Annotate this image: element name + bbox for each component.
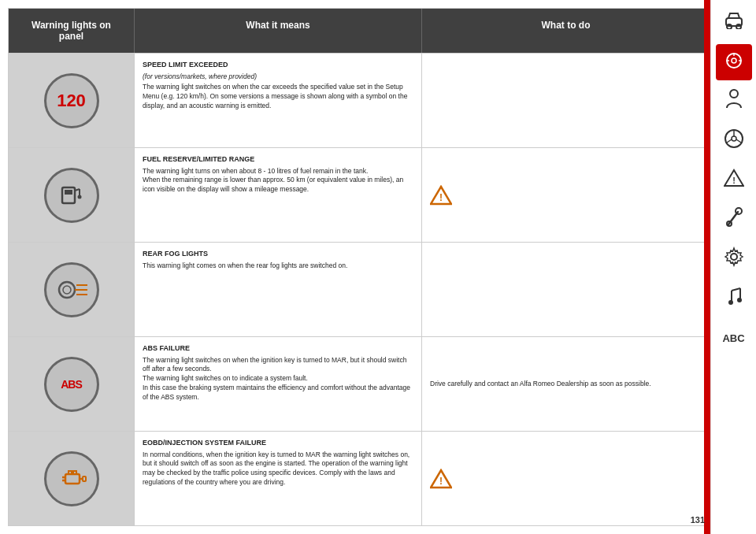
svg-point-32: [732, 136, 736, 141]
col-header-action: What to do: [422, 9, 710, 53]
table-row: ABS ABS FAILURE The warning light switch…: [9, 336, 710, 431]
row-meaning-fog: This warning light comes on when the rea…: [143, 261, 413, 271]
fog-warning-icon: [44, 262, 99, 317]
svg-point-39: [736, 208, 742, 214]
action-cell-fog: [422, 243, 710, 336]
fuel-warning-icon: [44, 168, 99, 223]
svg-text:!: !: [732, 176, 736, 185]
svg-point-7: [59, 282, 75, 298]
table-body: 120 SPEED LIMIT EXCEEDED (for versions/m…: [9, 53, 710, 525]
col-header-panel: Warning lights on panel: [9, 9, 135, 53]
red-accent-bar: [704, 0, 710, 534]
table-row: EOBD/INJECTION SYSTEM FAILURE In normal …: [9, 431, 710, 525]
svg-point-45: [728, 300, 733, 305]
sidebar: !: [710, 0, 756, 534]
page-number: 131: [691, 515, 705, 525]
sidebar-item-dashboard[interactable]: [716, 44, 752, 80]
svg-point-30: [730, 90, 738, 98]
svg-point-8: [63, 286, 71, 294]
svg-line-35: [736, 139, 741, 143]
meaning-cell-speed: SPEED LIMIT EXCEEDED (for versions/marke…: [135, 54, 422, 147]
table-row: FUEL RESERVE/LIMITED RANGE The warning l…: [9, 147, 710, 242]
row-meaning-fuel: The warning light turns on when about 8 …: [143, 167, 413, 195]
person-icon: [725, 89, 743, 114]
row-subtitle-speed: (for versions/markets, where provided): [143, 72, 413, 82]
action-cell-abs: Drive carefully and contact an Alfa Rome…: [422, 337, 710, 431]
svg-text:!: !: [439, 476, 443, 487]
sidebar-item-music[interactable]: [716, 280, 752, 317]
svg-line-43: [732, 288, 740, 291]
music-icon: [725, 286, 743, 311]
icon-cell-engine: [9, 432, 135, 525]
icon-cell-abs: ABS: [9, 337, 135, 431]
table-row: REAR FOG LIGHTS This warning light comes…: [9, 242, 710, 336]
sidebar-item-wrench[interactable]: [716, 202, 752, 238]
row-meaning-speed: The warning light switches on when the c…: [143, 83, 413, 111]
svg-rect-1: [65, 190, 72, 195]
action-cell-speed: [422, 54, 710, 147]
sidebar-item-abc[interactable]: ABC: [716, 320, 752, 356]
row-title-fog: REAR FOG LIGHTS: [143, 249, 413, 259]
svg-text:!: !: [439, 192, 443, 203]
row-title-engine: EOBD/INJECTION SYSTEM FAILURE: [143, 438, 413, 448]
meaning-cell-engine: EOBD/INJECTION SYSTEM FAILURE In normal …: [135, 432, 422, 525]
svg-rect-18: [83, 477, 86, 481]
wrench-icon: [725, 207, 743, 232]
icon-cell-fuel: [9, 148, 135, 242]
row-title-speed: SPEED LIMIT EXCEEDED: [143, 60, 413, 70]
svg-point-41: [731, 254, 737, 260]
warning-triangle-amber-icon: !: [430, 469, 452, 489]
svg-point-4: [77, 195, 81, 198]
svg-point-26: [732, 58, 736, 63]
svg-rect-14: [73, 471, 76, 474]
svg-line-34: [727, 139, 732, 143]
sidebar-item-steering[interactable]: [716, 123, 752, 159]
row-meaning-engine: In normal conditions, when the ignition …: [143, 451, 413, 488]
sidebar-item-gear[interactable]: [716, 241, 752, 277]
car-icon: [724, 12, 744, 34]
meaning-cell-abs: ABS FAILURE The warning light switches o…: [135, 337, 422, 431]
svg-point-46: [737, 298, 742, 302]
table-header: Warning lights on panel What it means Wh…: [9, 9, 710, 53]
gear-icon: [724, 247, 744, 272]
dashboard-icon: [724, 51, 744, 73]
abs-warning-icon: ABS: [44, 357, 99, 412]
warning-triangle-icon: !: [430, 185, 452, 206]
row-title-fuel: FUEL RESERVE/LIMITED RANGE: [143, 154, 413, 165]
engine-warning-icon: [44, 451, 99, 506]
table-row: 120 SPEED LIMIT EXCEEDED (for versions/m…: [9, 53, 710, 147]
abc-icon: ABC: [722, 332, 744, 344]
svg-rect-12: [65, 474, 80, 484]
icon-cell-speed: 120: [9, 54, 135, 147]
meaning-cell-fog: REAR FOG LIGHTS This warning light comes…: [135, 243, 422, 336]
sidebar-item-person[interactable]: [716, 83, 752, 120]
sidebar-item-car[interactable]: [716, 5, 752, 41]
svg-rect-13: [69, 471, 72, 474]
icon-cell-fog: [9, 243, 135, 336]
meaning-cell-fuel: FUEL RESERVE/LIMITED RANGE The warning l…: [135, 148, 422, 242]
triangle-icon: !: [724, 169, 744, 192]
row-title-abs: ABS FAILURE: [143, 343, 413, 354]
speed-warning-icon: 120: [44, 73, 99, 128]
row-meaning-abs: The warning light switches on when the i…: [143, 356, 413, 402]
svg-marker-22: [728, 13, 739, 18]
action-cell-fuel: !: [422, 148, 710, 242]
abs-action-text: Drive carefully and contact an Alfa Rome…: [430, 380, 651, 389]
sidebar-item-warning[interactable]: !: [716, 162, 752, 198]
col-header-meaning: What it means: [135, 9, 422, 53]
action-cell-engine: !: [422, 432, 710, 525]
steering-icon: [724, 128, 744, 154]
